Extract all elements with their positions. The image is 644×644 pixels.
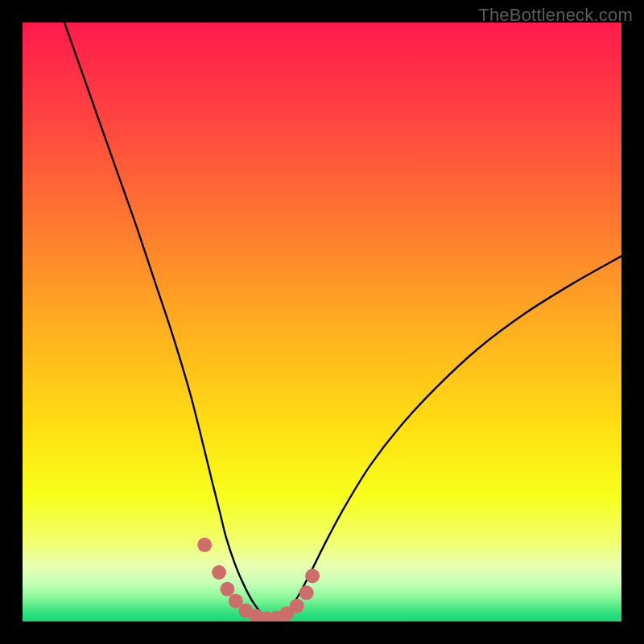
watermark-text: TheBottleneck.com: [478, 5, 633, 26]
chart-frame: TheBottleneck.com: [0, 0, 644, 644]
marker-point: [299, 585, 314, 600]
gradient-background: [23, 23, 621, 621]
marker-point: [220, 582, 234, 597]
chart-svg: [23, 23, 621, 621]
marker-point: [290, 599, 304, 613]
marker-point: [305, 568, 320, 583]
plot-area: [23, 23, 621, 621]
marker-point: [197, 538, 212, 552]
marker-point: [212, 565, 226, 580]
